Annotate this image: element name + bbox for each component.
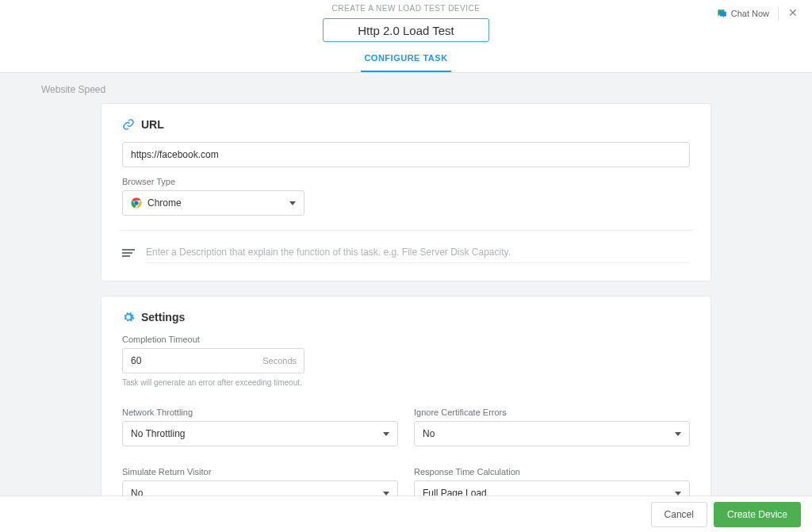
chat-now-button[interactable]: Chat Now bbox=[716, 8, 769, 19]
description-input[interactable] bbox=[146, 242, 690, 263]
divider bbox=[119, 230, 693, 231]
response-time-label: Response Time Calculation bbox=[414, 467, 690, 477]
tab-bar: CONFIGURE TASK bbox=[16, 48, 796, 72]
device-name-input[interactable] bbox=[323, 18, 489, 42]
description-icon bbox=[122, 249, 135, 257]
chrome-icon bbox=[131, 197, 142, 209]
link-icon bbox=[122, 118, 135, 131]
url-input[interactable] bbox=[122, 142, 690, 167]
ignore-cert-select[interactable]: No bbox=[414, 421, 690, 446]
chevron-down-icon bbox=[675, 492, 681, 496]
ignore-cert-field: Ignore Certificate Errors No bbox=[414, 408, 690, 446]
ignore-cert-label: Ignore Certificate Errors bbox=[414, 408, 690, 417]
chevron-down-icon bbox=[289, 201, 296, 205]
chat-now-label: Chat Now bbox=[731, 9, 769, 18]
completion-timeout-field: Completion Timeout Seconds Task will gen… bbox=[122, 335, 690, 387]
create-device-button[interactable]: Create Device bbox=[714, 502, 801, 527]
page-body: Website Speed URL Browser Type bbox=[0, 73, 812, 503]
network-throttling-label: Network Throttling bbox=[122, 408, 398, 417]
browser-type-select[interactable]: Chrome bbox=[122, 190, 304, 216]
svg-point-2 bbox=[127, 316, 129, 318]
chevron-down-icon bbox=[383, 432, 389, 436]
description-row bbox=[122, 242, 690, 263]
chevron-down-icon bbox=[675, 432, 681, 436]
url-card-header: URL bbox=[122, 118, 690, 131]
section-label: Website Speed bbox=[32, 73, 780, 103]
gear-icon bbox=[122, 311, 135, 323]
return-visitor-label: Simulate Return Visitor bbox=[122, 467, 398, 477]
svg-point-1 bbox=[134, 201, 138, 205]
network-throttling-value: No Throttling bbox=[131, 428, 185, 439]
completion-timeout-label: Completion Timeout bbox=[122, 335, 690, 344]
header-subtitle-row: CREATE A NEW LOAD TEST DEVICE bbox=[16, 0, 796, 13]
ignore-cert-value: No bbox=[423, 428, 435, 439]
chevron-down-icon bbox=[383, 492, 389, 496]
header-divider bbox=[778, 6, 779, 21]
chat-icon bbox=[716, 8, 727, 19]
close-button[interactable] bbox=[785, 6, 801, 22]
network-throttling-select[interactable]: No Throttling bbox=[122, 421, 398, 446]
header-subtitle: CREATE A NEW LOAD TEST DEVICE bbox=[332, 4, 481, 13]
url-card: URL Browser Type Chrome bbox=[101, 103, 711, 281]
timeout-unit: Seconds bbox=[262, 348, 297, 373]
browser-type-label: Browser Type bbox=[122, 177, 690, 186]
settings-card: Settings Completion Timeout Seconds Task… bbox=[101, 296, 711, 503]
url-card-title: URL bbox=[141, 118, 164, 131]
settings-card-title: Settings bbox=[141, 311, 185, 323]
tab-configure-task[interactable]: CONFIGURE TASK bbox=[361, 48, 450, 72]
cancel-button[interactable]: Cancel bbox=[651, 502, 707, 527]
footer: Cancel Create Device bbox=[0, 496, 812, 532]
network-throttling-field: Network Throttling No Throttling bbox=[122, 408, 398, 446]
page-header: CREATE A NEW LOAD TEST DEVICE CONFIGURE … bbox=[0, 0, 812, 73]
browser-type-value: Chrome bbox=[147, 197, 182, 209]
browser-type-field: Browser Type Chrome bbox=[122, 177, 690, 216]
settings-card-header: Settings bbox=[122, 311, 690, 323]
timeout-hint: Task will generate an error after exceed… bbox=[122, 378, 690, 387]
